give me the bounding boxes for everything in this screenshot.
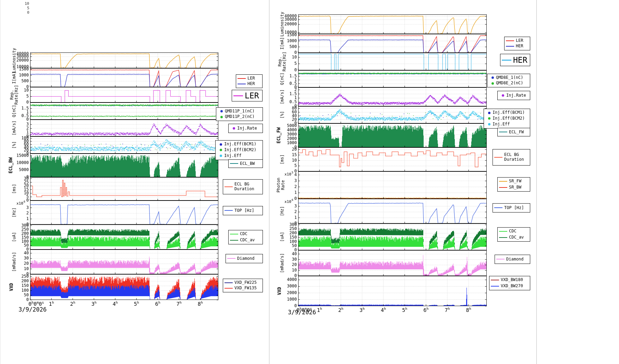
monitor-panel-right	[269, 0, 537, 364]
window-edge-left	[0, 0, 0, 364]
chart-canvas-left	[0, 0, 269, 364]
window-separator	[269, 0, 269, 364]
chart-canvas-right	[269, 0, 537, 364]
monitor-panel-left	[0, 0, 269, 364]
window-edge-right	[536, 0, 537, 364]
